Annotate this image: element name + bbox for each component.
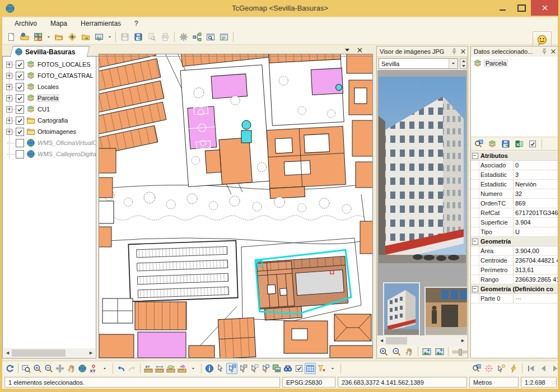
identify-feature-button[interactable]: [496, 363, 507, 374]
layer-label[interactable]: Ortoimagenes: [38, 128, 76, 135]
quick-action-button[interactable]: [508, 363, 519, 374]
tree-item-cartografia[interactable]: Cartografia: [3, 115, 96, 126]
refresh-view-button[interactable]: [4, 363, 16, 374]
zoom-to-selected-button[interactable]: [473, 138, 485, 150]
export-excel-button[interactable]: X: [513, 138, 525, 150]
photo-zoom-in-button[interactable]: [378, 346, 390, 358]
draw-measure-button[interactable]: [176, 363, 188, 374]
goto-xy-dropdown-button[interactable]: [99, 363, 110, 374]
property-row[interactable]: Perímetro313,61: [471, 265, 558, 275]
expand-button[interactable]: [6, 129, 12, 135]
expand-button[interactable]: [6, 84, 12, 90]
new-document-button[interactable]: [5, 31, 17, 43]
scroll-thumb[interactable]: [12, 349, 66, 357]
collapse-icon[interactable]: [472, 239, 478, 245]
layer-visibility-checkbox[interactable]: [16, 150, 24, 158]
map-document-tab-label-wrap[interactable]: Sevilla-Basuras: [13, 47, 90, 57]
pin-button[interactable]: [450, 48, 459, 56]
property-value[interactable]: 0: [514, 161, 558, 170]
property-value[interactable]: 3: [514, 170, 558, 179]
layer-label[interactable]: Locales: [38, 83, 59, 90]
property-row[interactable]: Parte 0···: [471, 294, 558, 304]
scroll-left-arrow[interactable]: ◄: [3, 349, 12, 357]
export-selection-button[interactable]: [500, 138, 512, 150]
pan-hand-button[interactable]: [66, 363, 77, 374]
window-layout-button[interactable]: [32, 31, 44, 43]
measure-xy-button[interactable]: XY: [143, 363, 154, 374]
property-row[interactable]: Numero32: [471, 189, 558, 199]
filter-button[interactable]: [316, 363, 327, 374]
import-data-button[interactable]: [80, 31, 92, 43]
layer-label[interactable]: Cartografia: [38, 117, 68, 124]
title-bar[interactable]: TcGeomap <Sevilla-Basuras>: [0, 0, 560, 17]
menu-help[interactable]: ?: [128, 18, 145, 29]
window-layout-dropdown-button[interactable]: [45, 31, 52, 43]
scroll-right-arrow[interactable]: ►: [459, 337, 467, 345]
collapse-icon[interactable]: [472, 286, 478, 292]
export-view-button[interactable]: [93, 31, 105, 43]
undo-button[interactable]: [115, 363, 127, 374]
add-layer-button[interactable]: [66, 31, 78, 43]
zoom-in-button[interactable]: [32, 363, 43, 374]
expand-button[interactable]: [6, 95, 12, 101]
tree-item-wms_callejerodigitala[interactable]: WMS_CallejeroDigitalA: [3, 148, 96, 160]
property-row[interactable]: RefCat6717201TG3461N: [471, 208, 558, 218]
search-window-button[interactable]: [204, 31, 217, 43]
property-row[interactable]: Asociado0: [471, 161, 558, 170]
pin-button[interactable]: [540, 48, 549, 56]
select-pointer-button[interactable]: [215, 363, 226, 374]
menu-mapa[interactable]: Mapa: [44, 18, 74, 29]
property-row[interactable]: Superficie3.904: [471, 218, 558, 227]
validate-selection-button[interactable]: [293, 363, 305, 374]
full-extent-button[interactable]: [77, 363, 88, 374]
map-close-button[interactable]: [355, 46, 364, 54]
property-row[interactable]: Centroide236704.44821 4141: [471, 256, 558, 265]
main-photo[interactable]: [377, 70, 467, 270]
connections-button[interactable]: [191, 31, 203, 43]
property-category[interactable]: Geometría (Definición co: [471, 284, 558, 294]
property-value[interactable]: 313,61: [514, 265, 558, 274]
layer-label[interactable]: FOTO_CATASTRAL: [38, 72, 94, 79]
layer-label[interactable]: WMS_CallejeroDigitalA: [38, 151, 96, 157]
photo-fit-view-button[interactable]: [421, 346, 433, 358]
tree-item-parcela[interactable]: Parcela: [3, 92, 96, 104]
console-window-button[interactable]: [218, 31, 230, 43]
property-value[interactable]: 6717201TG3461N: [514, 208, 558, 217]
select-add-button[interactable]: [249, 363, 260, 374]
layer-label[interactable]: FOTOS_LOCALES: [38, 61, 91, 68]
zoom-to-record-button[interactable]: [471, 363, 482, 374]
filter-dropdown-button[interactable]: [327, 363, 338, 374]
photo-fit-page-button[interactable]: [433, 346, 445, 358]
photo-set-combobox[interactable]: Sevilla: [379, 58, 458, 69]
open-project-button[interactable]: [18, 31, 31, 43]
layer-label[interactable]: Parcela: [38, 95, 58, 101]
expand-button[interactable]: [6, 106, 12, 113]
selected-layer-item[interactable]: Parcela: [473, 58, 558, 68]
image-viewer-header[interactable]: Visor de imágenes JPG: [377, 46, 468, 57]
record-next-button[interactable]: [550, 363, 560, 374]
photo-horizontal-scrollbar[interactable]: ◄ ►: [377, 336, 467, 345]
layer-visibility-checkbox[interactable]: [16, 72, 24, 80]
menu-archivo[interactable]: Archivo: [8, 18, 44, 29]
viewer-list-scrollbar[interactable]: [460, 58, 467, 69]
tree-item-wms_oficinavirtualca[interactable]: WMS_OficinaVirtualCa: [3, 137, 96, 148]
select-remove-button[interactable]: [237, 363, 249, 374]
tree-item-foto_catastral[interactable]: FOTO_CATASTRAL: [3, 70, 96, 81]
copy-view-button[interactable]: [271, 363, 282, 374]
thumbnail-building[interactable]: [383, 282, 420, 335]
layer-visibility-checkbox[interactable]: [16, 128, 24, 136]
settings-button[interactable]: [178, 31, 190, 43]
scroll-right-arrow[interactable]: ►: [87, 349, 95, 357]
tree-item-fotos_locales[interactable]: FOTOS_LOCALES: [3, 59, 96, 70]
select-rectangle-button[interactable]: [226, 363, 237, 374]
redo-button[interactable]: [127, 363, 138, 374]
property-value[interactable]: ···: [514, 294, 558, 303]
property-category[interactable]: Atributos: [471, 151, 558, 161]
tree-item-ortoimagenes[interactable]: Ortoimagenes: [3, 126, 96, 137]
selected-data-header[interactable]: Datos seleccionado...: [471, 46, 558, 57]
record-previous-button[interactable]: [538, 363, 549, 374]
record-first-button[interactable]: [525, 363, 536, 374]
open-map-button[interactable]: [53, 31, 65, 43]
validate-data-button[interactable]: [526, 138, 539, 150]
draw-measure-dropdown-button[interactable]: [188, 363, 199, 374]
